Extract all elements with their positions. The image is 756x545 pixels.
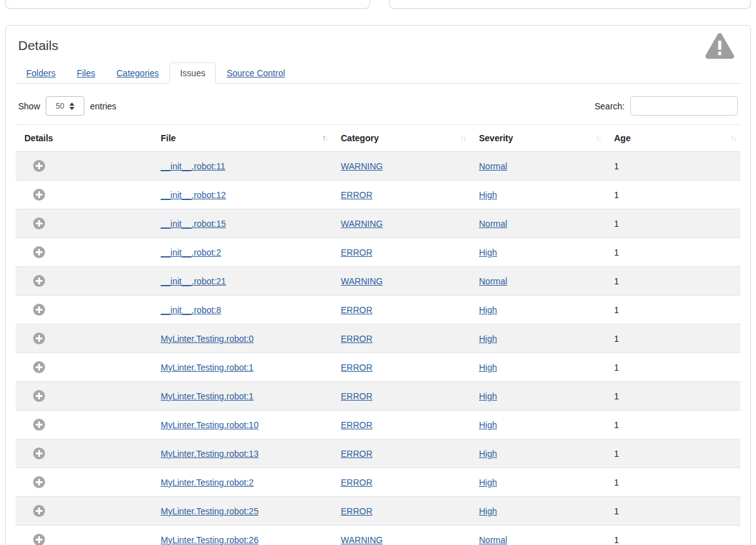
category-link[interactable]: WARNING [341, 535, 383, 545]
expand-row-icon[interactable] [33, 160, 45, 172]
file-link[interactable]: __init__.robot:15 [161, 219, 226, 229]
top-cards-row [0, 0, 756, 9]
file-link[interactable]: __init__.robot:2 [161, 248, 221, 258]
expand-row-icon[interactable] [33, 390, 45, 402]
top-card-left [5, 0, 370, 9]
column-header-severity[interactable]: Severity↑↓ [470, 125, 605, 152]
category-link[interactable]: ERROR [341, 391, 373, 401]
severity-link[interactable]: High [479, 478, 497, 488]
severity-link[interactable]: High [479, 334, 497, 344]
age-cell: 1 [605, 296, 740, 324]
category-link[interactable]: ERROR [341, 449, 373, 459]
age-cell: 1 [605, 267, 740, 296]
category-link[interactable]: ERROR [341, 190, 373, 200]
category-link[interactable]: WARNING [341, 161, 383, 171]
category-link[interactable]: ERROR [341, 305, 373, 315]
entries-label: entries [90, 101, 116, 111]
age-cell: 1 [605, 411, 740, 439]
category-link[interactable]: WARNING [341, 219, 383, 229]
severity-link[interactable]: High [479, 391, 497, 401]
expand-row-icon[interactable] [33, 419, 45, 431]
file-link[interactable]: MyLinter.Testing.robot:2 [161, 478, 254, 488]
severity-link[interactable]: Normal [479, 161, 507, 171]
severity-link[interactable]: High [479, 506, 497, 516]
severity-link[interactable]: High [479, 248, 497, 258]
age-cell: 1 [605, 526, 740, 545]
table-header-row: Details File↑↓ Category↑↓ Severity↑↓ Age… [16, 125, 740, 152]
file-link[interactable]: MyLinter.Testing.robot:1 [161, 391, 254, 401]
tab-files[interactable]: Files [66, 62, 106, 84]
file-link[interactable]: MyLinter.Testing.robot:25 [161, 506, 258, 516]
expand-row-icon[interactable] [33, 275, 45, 287]
file-link[interactable]: __init__.robot:8 [161, 305, 221, 315]
category-link[interactable]: ERROR [341, 506, 373, 516]
sort-arrows-icon: ↑↓ [595, 134, 600, 142]
file-link[interactable]: MyLinter.Testing.robot:13 [161, 449, 258, 459]
table-row: MyLinter.Testing.robot:1 ERROR High 1 [16, 353, 740, 382]
table-row: __init__.robot:11 WARNING Normal 1 [16, 152, 740, 181]
expand-row-icon[interactable] [33, 505, 45, 517]
details-tabs: Folders Files Categories Issues Source C… [16, 62, 740, 84]
column-header-details: Details [16, 125, 152, 152]
warning-triangle-icon [705, 33, 734, 61]
table-row: __init__.robot:2 ERROR High 1 [16, 238, 740, 267]
category-link[interactable]: WARNING [341, 276, 383, 286]
expand-row-icon[interactable] [33, 304, 45, 316]
top-card-right [389, 0, 751, 9]
file-link[interactable]: MyLinter.Testing.robot:0 [161, 334, 254, 344]
table-row: MyLinter.Testing.robot:10 ERROR High 1 [16, 411, 740, 439]
page-length-select[interactable]: 50 [46, 96, 84, 116]
file-link[interactable]: MyLinter.Testing.robot:26 [161, 535, 258, 545]
sort-arrows-icon: ↑↓ [730, 134, 735, 142]
severity-link[interactable]: High [479, 190, 497, 200]
tab-categories[interactable]: Categories [106, 62, 169, 84]
category-link[interactable]: ERROR [341, 362, 373, 372]
column-header-category[interactable]: Category↑↓ [332, 125, 470, 152]
file-link[interactable]: MyLinter.Testing.robot:1 [161, 362, 254, 372]
column-header-file[interactable]: File↑↓ [152, 125, 332, 152]
table-row: __init__.robot:12 ERROR High 1 [16, 181, 740, 209]
column-header-age[interactable]: Age↑↓ [605, 125, 740, 152]
page-length-control: Show 50 entries [18, 96, 116, 116]
expand-row-icon[interactable] [33, 246, 45, 258]
age-cell: 1 [605, 468, 740, 497]
table-row: MyLinter.Testing.robot:0 ERROR High 1 [16, 324, 740, 353]
expand-row-icon[interactable] [33, 476, 45, 488]
search-input[interactable] [630, 96, 738, 116]
severity-link[interactable]: Normal [479, 276, 507, 286]
severity-link[interactable]: High [479, 420, 497, 430]
expand-row-icon[interactable] [33, 332, 45, 344]
severity-link[interactable]: Normal [479, 535, 507, 545]
table-row: __init__.robot:15 WARNING Normal 1 [16, 209, 740, 238]
file-link[interactable]: __init__.robot:11 [161, 161, 225, 171]
tab-issues[interactable]: Issues [169, 62, 216, 84]
up-down-stepper-icon [69, 102, 74, 110]
category-link[interactable]: ERROR [341, 420, 373, 430]
details-card: Details Folders Files Categories Issues … [5, 25, 751, 545]
severity-link[interactable]: High [479, 305, 497, 315]
table-row: __init__.robot:8 ERROR High 1 [16, 296, 740, 324]
table-row: MyLinter.Testing.robot:26 WARNING Normal… [16, 526, 740, 545]
tab-source-control[interactable]: Source Control [216, 62, 295, 84]
category-link[interactable]: ERROR [341, 334, 373, 344]
expand-row-icon[interactable] [33, 218, 45, 229]
table-row: MyLinter.Testing.robot:1 ERROR High 1 [16, 382, 740, 411]
expand-row-icon[interactable] [33, 534, 45, 545]
category-link[interactable]: ERROR [341, 248, 373, 258]
age-cell: 1 [605, 238, 740, 267]
file-link[interactable]: __init__.robot:21 [161, 276, 226, 286]
expand-row-icon[interactable] [33, 361, 45, 373]
expand-row-icon[interactable] [33, 448, 45, 459]
expand-row-icon[interactable] [33, 189, 45, 201]
severity-link[interactable]: High [479, 449, 497, 459]
severity-link[interactable]: High [479, 362, 497, 372]
tab-folders[interactable]: Folders [16, 62, 66, 84]
severity-link[interactable]: Normal [479, 219, 507, 229]
age-cell: 1 [605, 324, 740, 353]
category-link[interactable]: ERROR [341, 478, 373, 488]
file-link[interactable]: MyLinter.Testing.robot:10 [161, 420, 258, 430]
issues-table: Details File↑↓ Category↑↓ Severity↑↓ Age… [16, 124, 740, 545]
table-row: MyLinter.Testing.robot:2 ERROR High 1 [16, 468, 740, 497]
age-cell: 1 [605, 439, 740, 468]
file-link[interactable]: __init__.robot:12 [161, 190, 226, 200]
